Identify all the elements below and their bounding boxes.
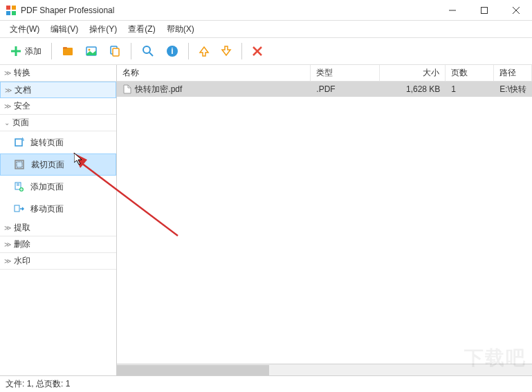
- copy-icon: [109, 45, 121, 57]
- scrollbar-thumb[interactable]: [117, 365, 269, 375]
- svg-rect-24: [17, 162, 22, 167]
- separator: [131, 43, 131, 59]
- chevron-right-icon: ≫: [4, 241, 11, 248]
- app-icon: [6, 5, 17, 16]
- window-title: PDF Shaper Professional: [21, 6, 437, 15]
- search-icon: [141, 44, 155, 58]
- svg-point-16: [143, 46, 150, 53]
- info-icon: i: [166, 45, 178, 57]
- list-empty-area[interactable]: [117, 97, 532, 364]
- sidebar-item-label: 旋转页面: [30, 137, 64, 149]
- svg-rect-11: [63, 47, 67, 49]
- arrow-up-icon: [199, 46, 210, 57]
- file-row[interactable]: 快转加密.pdf .PDF 1,628 KB 1 E:\快转: [117, 82, 532, 97]
- minimize-button[interactable]: [437, 0, 468, 21]
- copy-button[interactable]: [103, 40, 127, 62]
- sidebar-group-convert[interactable]: ≫转换: [0, 65, 116, 82]
- sidebar-item-label: 添加页面: [30, 181, 64, 193]
- up-button[interactable]: [193, 40, 215, 62]
- sidebar: ≫转换 ≫文档 ≫安全 ⌄页面 旋转页面 裁切页面 添加页面 移动页面 ≫提取 …: [0, 65, 117, 375]
- separator: [188, 43, 189, 59]
- svg-line-17: [149, 53, 153, 56]
- menu-view[interactable]: 查看(Z): [122, 22, 160, 37]
- folder-icon: [62, 45, 74, 57]
- add-page-icon: [12, 180, 25, 193]
- cell-size: 1,628 KB: [380, 82, 446, 97]
- column-header-size[interactable]: 大小: [380, 65, 446, 81]
- menu-file[interactable]: 文件(W): [4, 22, 45, 37]
- menu-edit[interactable]: 编辑(V): [45, 22, 84, 37]
- menubar: 文件(W) 编辑(V) 操作(Y) 查看(Z) 帮助(X): [0, 21, 532, 37]
- sidebar-label: 提取: [14, 222, 30, 234]
- info-button[interactable]: i: [160, 40, 184, 62]
- sidebar-label: 页面: [12, 117, 29, 129]
- file-icon: [122, 84, 132, 94]
- sidebar-group-security[interactable]: ≫安全: [0, 98, 116, 115]
- sidebar-label: 转换: [14, 67, 30, 79]
- sidebar-group-watermark[interactable]: ≫水印: [0, 253, 116, 270]
- sidebar-label: 安全: [14, 100, 30, 112]
- image-icon: [85, 45, 98, 57]
- crop-icon: [13, 158, 26, 171]
- sidebar-group-delete[interactable]: ≫删除: [0, 236, 116, 253]
- cell-name: 快转加密.pdf: [117, 82, 311, 97]
- x-icon: [252, 46, 263, 57]
- chevron-right-icon: ≫: [5, 86, 12, 94]
- status-text: 文件: 1, 总页数: 1: [6, 378, 70, 390]
- add-button[interactable]: 添加: [4, 40, 47, 62]
- image-button[interactable]: [80, 40, 103, 62]
- svg-text:i: i: [171, 46, 173, 56]
- separator: [241, 43, 242, 59]
- separator: [51, 43, 52, 59]
- sidebar-group-page[interactable]: ⌄页面: [0, 115, 116, 131]
- menu-action[interactable]: 操作(Y): [84, 22, 122, 37]
- sidebar-item-label: 裁切页面: [31, 159, 64, 171]
- maximize-button[interactable]: [468, 0, 500, 21]
- toolbar: 添加 i: [0, 37, 532, 65]
- chevron-right-icon: ≫: [4, 69, 11, 77]
- column-header-name[interactable]: 名称: [117, 65, 311, 81]
- sidebar-group-extract[interactable]: ≫提取: [0, 220, 116, 236]
- column-header-type[interactable]: 类型: [311, 65, 380, 81]
- chevron-right-icon: ≫: [4, 102, 11, 110]
- svg-point-13: [89, 49, 91, 51]
- sidebar-item-rotate-pages[interactable]: 旋转页面: [0, 131, 116, 153]
- svg-rect-0: [6, 6, 10, 10]
- svg-rect-5: [481, 7, 488, 13]
- svg-rect-31: [15, 205, 19, 212]
- delete-button[interactable]: [246, 40, 268, 62]
- main-area: ≫转换 ≫文档 ≫安全 ⌄页面 旋转页面 裁切页面 添加页面 移动页面 ≫提取 …: [0, 65, 532, 375]
- folder-button[interactable]: [56, 40, 80, 62]
- close-button[interactable]: [500, 0, 532, 21]
- column-header-pages[interactable]: 页数: [446, 65, 494, 81]
- chevron-right-icon: ≫: [4, 224, 11, 232]
- cell-pages: 1: [446, 82, 494, 97]
- column-header-path[interactable]: 路径: [494, 65, 532, 81]
- chevron-down-icon: ⌄: [4, 119, 10, 127]
- sidebar-item-label: 移动页面: [30, 203, 64, 215]
- titlebar: PDF Shaper Professional: [0, 0, 532, 21]
- menu-help[interactable]: 帮助(X): [161, 22, 200, 37]
- sidebar-group-document[interactable]: ≫文档: [0, 82, 116, 98]
- window-controls: [437, 0, 532, 21]
- sidebar-item-add-pages[interactable]: 添加页面: [0, 176, 116, 198]
- down-button[interactable]: [215, 40, 237, 62]
- svg-rect-3: [12, 11, 16, 15]
- sidebar-item-move-pages[interactable]: 移动页面: [0, 198, 116, 220]
- rotate-icon: [12, 136, 25, 149]
- statusbar: 文件: 1, 总页数: 1: [0, 375, 532, 392]
- add-label: 添加: [25, 46, 42, 57]
- svg-rect-2: [6, 11, 10, 15]
- arrow-down-icon: [221, 46, 232, 57]
- search-button[interactable]: [136, 40, 160, 62]
- svg-rect-1: [12, 6, 16, 10]
- content-area: 名称 类型 大小 页数 路径 快转加密.pdf .PDF 1,628 KB 1 …: [117, 65, 532, 375]
- sidebar-item-crop-pages[interactable]: 裁切页面: [0, 153, 116, 176]
- cell-path: E:\快转: [494, 82, 532, 97]
- move-icon: [12, 203, 25, 215]
- list-header: 名称 类型 大小 页数 路径: [117, 65, 532, 82]
- sidebar-label: 文档: [15, 84, 31, 96]
- horizontal-scrollbar[interactable]: [117, 364, 532, 375]
- sidebar-label: 删除: [14, 239, 30, 250]
- svg-rect-22: [15, 139, 22, 146]
